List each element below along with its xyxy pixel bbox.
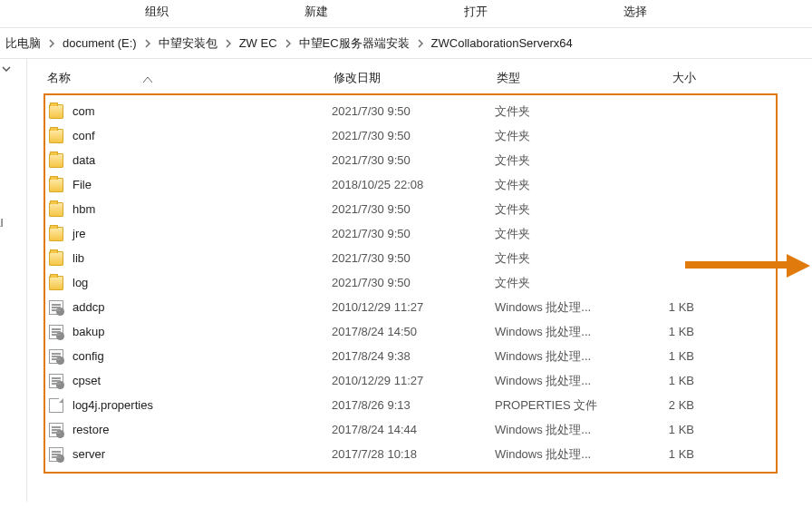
file-name: addcp <box>72 300 104 314</box>
file-date: 2017/7/28 10:18 <box>332 447 495 461</box>
file-type: Windows 批处理... <box>495 348 631 365</box>
table-row[interactable]: File2018/10/25 22:08文件夹 <box>45 172 776 197</box>
file-name: conf <box>72 129 95 142</box>
chevron-right-icon[interactable] <box>46 39 57 48</box>
file-date: 2017/8/24 14:44 <box>332 423 495 436</box>
address-bar[interactable]: 比电脑document (E:)中望安装包ZW EC中望EC服务器端安装ZWCo… <box>0 28 812 59</box>
file-name: data <box>72 153 95 167</box>
file-date: 2021/7/30 9:50 <box>332 104 495 118</box>
breadcrumb-seg[interactable]: ZW EC <box>234 33 283 54</box>
file-type: Windows 批处理... <box>495 324 631 340</box>
file-name: log4j.properties <box>72 398 153 412</box>
file-size: 1 KB <box>631 374 700 387</box>
file-date: 2021/7/30 9:50 <box>332 202 495 216</box>
nav-expand-icon[interactable] <box>2 63 11 81</box>
batch-file-icon <box>49 423 63 437</box>
file-list-area: 名称 修改日期 类型 大小 com2021/7/30 9:50文件夹conf20… <box>27 59 812 502</box>
folder-icon <box>49 276 63 290</box>
file-type: Windows 批处理... <box>495 422 631 438</box>
file-name: lib <box>72 251 84 265</box>
table-row[interactable]: log4j.properties2017/8/26 9:13PROPERTIES… <box>45 393 776 417</box>
file-name: jre <box>72 227 85 240</box>
batch-file-icon <box>49 349 63 364</box>
table-row[interactable]: config2017/8/24 9:38Windows 批处理...1 KB <box>45 344 776 368</box>
file-name: server <box>72 447 105 461</box>
ribbon-group-organize[interactable]: 组织 <box>145 0 169 20</box>
col-header-type[interactable]: 类型 <box>497 70 633 86</box>
col-header-date[interactable]: 修改日期 <box>334 70 497 86</box>
file-name: log <box>72 276 88 289</box>
table-row[interactable]: restore2017/8/24 14:44Windows 批处理...1 KB <box>45 417 776 442</box>
file-type: 文件夹 <box>495 275 631 291</box>
file-type: 文件夹 <box>495 177 631 193</box>
file-type: Windows 批处理... <box>495 446 631 463</box>
file-date: 2021/7/30 9:50 <box>332 251 495 265</box>
batch-file-icon <box>49 374 63 388</box>
folder-icon <box>49 104 63 119</box>
breadcrumb-seg[interactable]: document (E:) <box>57 33 142 54</box>
folder-icon <box>49 251 63 266</box>
file-icon <box>49 398 63 413</box>
table-row[interactable]: conf2021/7/30 9:50文件夹 <box>45 123 776 148</box>
col-header-name-label: 名称 <box>47 70 71 86</box>
ribbon-group-select[interactable]: 选择 <box>624 0 647 20</box>
table-row[interactable]: com2021/7/30 9:50文件夹 <box>45 99 776 123</box>
table-row[interactable]: cpset2010/12/29 11:27Windows 批处理...1 KB <box>45 368 776 393</box>
table-row[interactable]: jre2021/7/30 9:50文件夹 <box>45 221 776 246</box>
file-date: 2010/12/29 11:27 <box>332 374 495 387</box>
nav-pane[interactable]: al <box>0 59 27 502</box>
ribbon-group-open[interactable]: 打开 <box>464 0 488 20</box>
file-name: config <box>72 349 104 363</box>
breadcrumb-seg[interactable]: 中望EC服务器端安装 <box>294 32 415 55</box>
table-row[interactable]: lib2021/7/30 9:50文件夹 <box>45 246 776 270</box>
file-date: 2017/8/24 14:50 <box>332 325 495 338</box>
batch-file-icon <box>49 447 63 462</box>
file-date: 2018/10/25 22:08 <box>332 178 495 191</box>
chevron-right-icon[interactable] <box>142 39 153 48</box>
folder-icon <box>49 129 63 143</box>
file-type: PROPERTIES 文件 <box>495 397 631 414</box>
column-headers: 名称 修改日期 类型 大小 <box>44 64 805 92</box>
breadcrumb-seg[interactable]: ZWCollaborationServerx64 <box>426 33 578 54</box>
file-type: Windows 批处理... <box>495 373 631 389</box>
breadcrumb-seg[interactable]: 中望安装包 <box>153 32 223 55</box>
file-date: 2021/7/30 9:50 <box>332 276 495 289</box>
col-header-size[interactable]: 大小 <box>633 70 705 86</box>
table-row[interactable]: log2021/7/30 9:50文件夹 <box>45 270 776 295</box>
folder-icon <box>49 202 63 217</box>
file-name: hbm <box>72 202 95 216</box>
file-size: 1 KB <box>631 300 700 314</box>
file-date: 2017/8/24 9:38 <box>332 349 495 363</box>
folder-icon <box>49 153 63 168</box>
breadcrumb-seg[interactable]: 比电脑 <box>0 32 46 55</box>
file-size: 2 KB <box>631 398 700 412</box>
table-row[interactable]: server2017/7/28 10:18Windows 批处理...1 KB <box>45 442 776 466</box>
chevron-right-icon[interactable] <box>223 39 234 48</box>
ribbon-group-new[interactable]: 新建 <box>304 0 328 20</box>
file-type: 文件夹 <box>495 226 631 242</box>
file-list-highlight-box: com2021/7/30 9:50文件夹conf2021/7/30 9:50文件… <box>44 93 778 474</box>
file-size: 1 KB <box>631 447 700 461</box>
chevron-right-icon[interactable] <box>283 39 294 48</box>
file-date: 2021/7/30 9:50 <box>332 153 495 167</box>
file-name: com <box>72 104 95 118</box>
table-row[interactable]: addcp2010/12/29 11:27Windows 批处理...1 KB <box>45 295 776 319</box>
annotation-arrow-right <box>685 254 810 276</box>
chevron-right-icon[interactable] <box>415 39 426 48</box>
file-name: bakup <box>72 325 104 338</box>
file-size: 1 KB <box>631 423 700 436</box>
file-type: 文件夹 <box>495 250 631 267</box>
table-row[interactable]: data2021/7/30 9:50文件夹 <box>45 148 776 172</box>
table-row[interactable]: hbm2021/7/30 9:50文件夹 <box>45 197 776 221</box>
breadcrumb: 比电脑document (E:)中望安装包ZW EC中望EC服务器端安装ZWCo… <box>0 32 578 55</box>
sort-caret-icon <box>143 72 152 85</box>
file-type: 文件夹 <box>495 103 631 120</box>
file-name: cpset <box>72 374 101 387</box>
table-row[interactable]: bakup2017/8/24 14:50Windows 批处理...1 KB <box>45 319 776 344</box>
folder-icon <box>49 227 63 241</box>
file-date: 2017/8/26 9:13 <box>332 398 495 412</box>
file-date: 2010/12/29 11:27 <box>332 300 495 314</box>
folder-icon <box>49 178 63 192</box>
col-header-name[interactable]: 名称 <box>44 70 334 86</box>
nav-stub-text: al <box>0 217 26 230</box>
